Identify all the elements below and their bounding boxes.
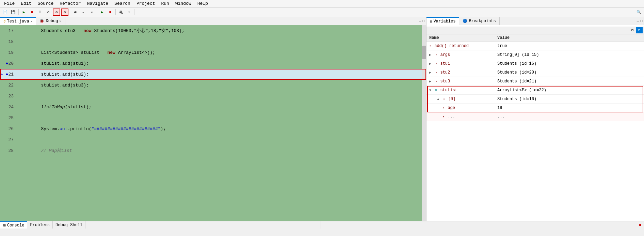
var-row-stu1[interactable]: ▶ ▪ stu1 Students (id=16) (426, 59, 644, 68)
toolbar-btn-connect[interactable]: 🔌 (117, 9, 125, 16)
maximize-editor-icon[interactable]: □ (422, 19, 425, 23)
toolbar-btn-debug-run[interactable]: ▶ (98, 9, 106, 16)
line-num-26: 26 (0, 126, 17, 131)
var-value-add-returned: true (497, 44, 641, 48)
menu-navigate[interactable]: Navigate (84, 0, 111, 7)
toolbar-btn-save[interactable]: 💾 (10, 9, 17, 16)
expand-stu1-icon[interactable]: ▶ (429, 62, 431, 66)
menu-edit[interactable]: Edit (18, 0, 34, 7)
toolbar-btn-new[interactable]: 📄 (1, 9, 9, 16)
menu-search[interactable]: Search (112, 0, 133, 7)
toolbar-btn-run[interactable]: ▶ (20, 9, 28, 16)
var-name-more: ▪ ... (429, 114, 497, 119)
toolbar-btn-search[interactable]: 🔍 (635, 9, 643, 16)
line-num-21: ➤ ●21 (0, 72, 17, 77)
tab-breakpoints[interactable]: 🔵 Breakpoints (459, 17, 499, 25)
menu-run[interactable]: Run (159, 0, 172, 7)
toolbar-btn-pause[interactable]: ⏸ (36, 9, 44, 16)
expand-stu3-icon[interactable]: ▶ (429, 80, 431, 83)
variables-icon: ▦ (430, 19, 432, 23)
code-line-18: 18 (0, 36, 426, 47)
tab-test-java-close[interactable]: ✕ (30, 19, 32, 23)
code-line-17: 17 Students stu3 = new Students(10003,"小… (0, 25, 426, 36)
var-name-stu3: ▶ ▪ stu3 (429, 79, 497, 84)
var-row-stulist[interactable]: ▼ ⚙ stuList ArrayList<E> (id=22) (426, 86, 644, 95)
menu-window[interactable]: Window (173, 0, 194, 7)
expand-args-icon[interactable]: ▶ (429, 53, 431, 57)
expand-stu2-icon[interactable]: ▶ (429, 71, 431, 75)
menu-project[interactable]: Project (134, 0, 158, 7)
breakpoint-marker-21: ● (6, 72, 9, 77)
line-content-21: stuList.add(stu2); (17, 72, 426, 77)
bottom-tab-problems[interactable]: Problems (27, 221, 53, 229)
toolbar-btn-debug-stop[interactable]: ■ (107, 9, 114, 16)
breakpoint-marker-20: ● (6, 61, 9, 66)
line-num-25: 25 (0, 115, 17, 121)
toolbar-btn-debug1[interactable]: ⚙ (53, 9, 60, 16)
editor-scrollbar-thumb[interactable] (422, 46, 426, 59)
variables-toolbar: ⊟ ⊞ (426, 27, 644, 34)
var-name-stu2: ▶ ▪ stu2 (429, 70, 497, 75)
var-row-stu2[interactable]: ▶ ▪ stu2 Students (id=20) (426, 68, 644, 77)
tab-test-java[interactable]: J Test.java ✕ (0, 17, 36, 25)
code-line-21: ➤ ●21 stuList.add(stu2); (0, 69, 426, 80)
toolbar: 📄 💾 ▶ ■ ⏸ ↺ ⚙ ⚙ ⏭ ↙ ↗ ▶ ■ 🔌 ⚡ 🔍 (0, 7, 644, 17)
var-row-index0[interactable]: ▲ ▪ [0] Students (id=16) (426, 95, 644, 104)
line-num-27: 27 (0, 137, 17, 142)
bottom-bar: 🖥 Console Problems Debug Shell ■ (0, 221, 644, 229)
expand-all-icon[interactable]: ⊞ (636, 27, 643, 33)
toolbar-btn-step-into[interactable]: ↙ (80, 9, 87, 16)
var-icon-age: ▪ (442, 106, 445, 110)
toolbar-btn-step-over[interactable]: ⏭ (71, 9, 79, 16)
menu-source[interactable]: Source (35, 0, 56, 7)
editor-scrollbar[interactable] (422, 25, 426, 221)
menu-help[interactable]: Help (195, 0, 211, 7)
var-name-text-age: age (448, 106, 455, 110)
line-content-17: Students stu3 = new Students(10003,"小芯",… (17, 28, 426, 34)
line-num-22: 22 (0, 83, 17, 88)
code-line-25: 25 (0, 112, 426, 123)
bottom-tab-console[interactable]: 🖥 Console (0, 221, 27, 229)
code-line-23: 23 (0, 91, 426, 101)
toolbar-btn-step-out[interactable]: ↗ (88, 9, 95, 16)
var-icon-stulist: ⚙ (435, 89, 437, 92)
line-content-24: listToMap(stuList); (17, 105, 426, 110)
var-name-stu1: ▶ ▪ stu1 (429, 61, 497, 66)
bottom-tab-debug-shell[interactable]: Debug Shell (53, 221, 85, 229)
minimize-editor-icon[interactable]: — (419, 19, 421, 23)
minimize-right-icon[interactable]: — (637, 19, 639, 23)
toolbar-btn-disconnect[interactable]: ⚡ (125, 9, 133, 16)
menu-file[interactable]: File (1, 0, 17, 7)
var-name-add-returned: ▪ add() returned (429, 44, 497, 48)
toolbar-btn-debug2[interactable]: ⚙ (61, 9, 68, 16)
var-col-value-header: Value (497, 35, 641, 40)
toolbar-sep-2 (70, 9, 70, 15)
maximize-right-icon[interactable]: □ (640, 19, 643, 23)
menu-refactor[interactable]: Refactor (57, 0, 83, 7)
toolbar-btn-skip[interactable]: ↺ (45, 9, 52, 16)
expand-index0-icon[interactable]: ▲ (437, 97, 439, 101)
line-num-19: 19 (0, 50, 17, 55)
var-value-stu3: Students (id=21) (497, 79, 641, 84)
toolbar-btn-stop[interactable]: ■ (28, 9, 36, 16)
expand-stulist-icon[interactable]: ▼ (429, 89, 431, 92)
var-row-add-returned[interactable]: ▪ add() returned true (426, 42, 644, 50)
editor-tab-controls: — □ (65, 17, 426, 25)
problems-label: Problems (30, 223, 50, 227)
stop-icon[interactable]: ■ (639, 223, 641, 227)
code-area[interactable]: 17 Students stu3 = new Students(10003,"小… (0, 25, 426, 221)
bottom-right-controls: ■ (321, 221, 644, 229)
tab-debug-close[interactable]: ✕ (59, 19, 61, 23)
var-name-text-stulist: stuList (440, 88, 457, 93)
tab-debug[interactable]: 🐞 Debug ✕ (36, 17, 65, 25)
var-row-age[interactable]: ▪ age 19 (426, 104, 644, 112)
var-name-text-add-returned: add() returned (434, 44, 469, 48)
collapse-all-icon[interactable]: ⊟ (629, 27, 636, 33)
var-name-text-stu2: stu2 (440, 70, 450, 75)
var-row-stu3[interactable]: ▶ ▪ stu3 Students (id=21) (426, 77, 644, 86)
right-panel-controls: — □ (500, 17, 644, 25)
var-name-text-stu3: stu3 (440, 79, 450, 84)
tab-variables[interactable]: ▦ Variables (426, 17, 459, 25)
line-content-18 (17, 39, 426, 44)
var-row-args[interactable]: ▶ ▪ args String[0] (id=15) (426, 50, 644, 59)
